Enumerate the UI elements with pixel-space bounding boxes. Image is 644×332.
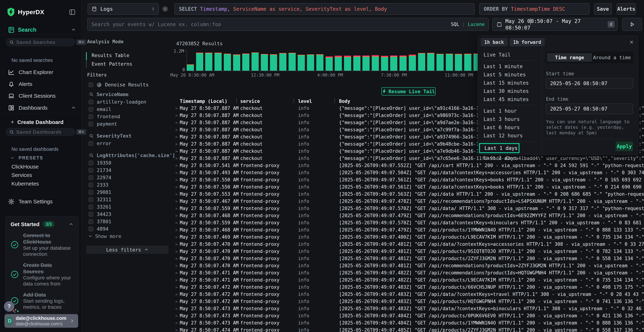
filter-group-header[interactable]: SeverityText (86, 132, 171, 140)
search-bar[interactable]: SQL | Lucene (87, 18, 489, 31)
table-row[interactable]: >May 27 8:50:07.473 AMfrontend-proxyinfo… (175, 312, 644, 319)
create-dashboard-button[interactable]: + Create Dashboard (11, 119, 64, 126)
filter-value-checkbox[interactable]: 21734 (86, 166, 171, 174)
table-row[interactable]: >May 27 8:50:07.559 AMfrontend-proxyinfo… (175, 219, 644, 226)
time-preset-last-15-minutes[interactable]: Last 15 minutes (478, 79, 542, 87)
lang-lucene-toggle[interactable]: Lucene (468, 22, 484, 27)
table-row[interactable]: >May 27 8:50:07.467 AMfrontend-proxyinfo… (175, 198, 644, 205)
back-1h-button[interactable]: 1h back (481, 38, 508, 46)
time-preset-last-1-hour[interactable]: Last 1 hour (478, 107, 542, 115)
filter-value-checkbox[interactable]: 32311 (86, 196, 171, 203)
sidebar-item-search[interactable]: Search (8, 26, 36, 33)
filter-value-checkbox[interactable]: frontend (86, 113, 171, 120)
user-menu[interactable]: D dale@clickhouse.com dale@clickhouse.co… (4, 314, 78, 328)
table-row[interactable]: >May 27 8:50:07.470 AMfrontend-proxyinfo… (175, 240, 644, 248)
filter-value-checkbox[interactable]: error (86, 140, 171, 147)
lang-sql-toggle[interactable]: SQL (451, 22, 459, 27)
resume-live-tail-button[interactable]: Resume Live Tail (382, 87, 436, 96)
less-filters-button[interactable]: Less filters (86, 246, 168, 254)
sql-select-editor[interactable]: SELECT Timestamp, ServiceName as service… (174, 3, 474, 15)
mode-results-table[interactable]: Results Table (92, 52, 129, 58)
table-row[interactable]: >May 27 8:50:07.493 AMfrontend-proxyinfo… (175, 169, 644, 176)
presets-toggle[interactable]: PRESETS (10, 155, 43, 160)
run-query-button[interactable] (622, 18, 642, 31)
table-row[interactable]: >May 27 8:50:07.553 AMfrontend-proxyinfo… (175, 190, 644, 198)
col-service[interactable]: service (240, 98, 298, 104)
table-row[interactable]: >May 27 8:50:07.472 AMfrontend-proxyinfo… (175, 284, 644, 291)
table-row[interactable]: >May 27 8:50:07.474 AMfrontend-proxyinfo… (175, 326, 644, 332)
source-select[interactable]: Logs (88, 3, 159, 15)
chevron-up-icon[interactable] (68, 222, 74, 227)
col-timestamp[interactable]: Timestamp (Local) (180, 98, 240, 104)
end-time-input[interactable]: 2025-05-27 08:50:07 (546, 104, 633, 114)
close-icon[interactable]: × (630, 38, 634, 46)
table-row[interactable]: >May 27 8:50:07.470 AMfrontend-proxyinfo… (175, 262, 644, 269)
filter-group-header[interactable]: LogAttributes['cache.size'] (86, 151, 171, 159)
sql-orderby-editor[interactable]: ORDER BY TimestampTime DESC (479, 3, 590, 15)
filter-value-checkbox[interactable]: 34423 (86, 210, 171, 218)
gear-icon[interactable] (162, 6, 168, 12)
table-row[interactable]: >May 27 8:50:07.470 AMfrontend-proxyinfo… (175, 248, 644, 255)
sidebar-item-client-sessions[interactable]: Client Sessions (8, 92, 56, 99)
table-row[interactable]: >May 27 8:50:07.471 AMfrontend-proxyinfo… (175, 276, 644, 284)
time-range-input[interactable]: May 26 08:50:07 - May 27 08:50:07 d (492, 18, 618, 31)
table-row[interactable]: >May 27 8:50:07.471 AMfrontend-proxyinfo… (175, 269, 644, 276)
time-preset-last-12-hours[interactable]: Last 12 hours (478, 132, 542, 140)
get-started-item[interactable]: Create Data SourcesConfigure where your … (10, 262, 74, 287)
sidebar-item-kubernetes[interactable]: Kubernetes (12, 181, 39, 187)
table-row[interactable]: >May 27 8:50:07.472 AMfrontend-proxyinfo… (175, 291, 644, 298)
show-more-button[interactable]: Show more (86, 232, 171, 240)
start-time-input[interactable]: 2025-05-26 08:50:07 (546, 78, 633, 88)
table-row[interactable]: >May 27 8:50:07.470 AMfrontend-proxyinfo… (175, 255, 644, 262)
time-preset-last-45-minutes[interactable]: Last 45 minutes (478, 95, 542, 104)
search-input[interactable] (92, 22, 451, 27)
filter-value-checkbox[interactable]: 2333 (86, 181, 171, 188)
table-row[interactable]: >May 27 8:50:07.468 AMfrontend-proxyinfo… (175, 226, 644, 234)
time-preset-last-5-minutes[interactable]: Last 5 minutes (478, 70, 542, 79)
saved-dashboards-field[interactable] (16, 129, 76, 135)
time-preset-last-3-hours[interactable]: Last 3 hours (478, 115, 542, 123)
alerts-button[interactable]: Alerts (617, 3, 636, 15)
sidebar-item-clickhouse[interactable]: ClickHouse (12, 164, 39, 170)
table-row[interactable]: >May 27 8:50:07.550 AMfrontend-proxyinfo… (175, 183, 644, 190)
table-row[interactable]: >May 27 8:50:07.469 AMfrontend-proxyinfo… (175, 234, 644, 240)
filter-value-checkbox[interactable]: 4894 (86, 225, 171, 232)
table-row[interactable]: >May 27 8:50:07.541 AMfrontend-proxyinfo… (175, 162, 644, 169)
time-preset-last-6-hours[interactable]: Last 6 hours (478, 123, 542, 132)
results-histogram[interactable] (187, 50, 477, 71)
tab-around-a-time[interactable]: Around a time (592, 55, 632, 60)
sidebar-item-services[interactable]: Services (12, 172, 32, 178)
filter-value-checkbox[interactable]: 19350 (86, 159, 171, 166)
time-preset-last-1-minute[interactable]: Last 1 minute (478, 62, 542, 70)
time-preset-last-2-days[interactable]: Last 2 days (478, 154, 542, 162)
filter-value-checkbox[interactable]: artillery-loadgen (86, 98, 171, 106)
filter-value-checkbox[interactable]: 37801 (86, 218, 171, 225)
filter-value-checkbox[interactable]: email (86, 106, 171, 113)
forward-1h-button[interactable]: 1h forward (510, 38, 545, 46)
brand-logo[interactable]: HyperDX (7, 8, 44, 16)
filter-value-checkbox[interactable]: payment (86, 120, 171, 128)
saved-searches-input[interactable]: ⌘K (6, 38, 75, 46)
time-preset-last-30-minutes[interactable]: Last 30 minutes (478, 87, 542, 95)
table-row[interactable]: >May 27 8:50:07.550 AMfrontend-proxyinfo… (175, 176, 644, 183)
column-resize-handle[interactable] (334, 99, 335, 103)
saved-dashboards-input[interactable]: ⌘K (6, 128, 75, 136)
filter-value-checkbox[interactable]: 29081 (86, 188, 171, 196)
column-resize-handle[interactable] (294, 99, 294, 103)
sidebar-item-chart-explorer[interactable]: Chart Explorer (8, 69, 53, 76)
tab-time-range[interactable]: Time range (547, 53, 592, 62)
saved-searches-field[interactable] (16, 40, 76, 45)
table-row[interactable]: >May 27 8:50:07.472 AMfrontend-proxyinfo… (175, 298, 644, 305)
sidebar-item-team-settings[interactable]: Team Settings (8, 198, 52, 205)
denoise-results-checkbox[interactable]: Denoise Results (88, 82, 149, 88)
table-row[interactable]: >May 27 8:50:07.473 AMfrontend-proxyinfo… (175, 319, 644, 326)
filter-value-checkbox[interactable]: 22974 (86, 174, 171, 181)
filter-group-header[interactable]: ServiceName (86, 90, 171, 98)
column-resize-handle[interactable] (236, 99, 237, 103)
get-started-item[interactable]: Connect to ClickHouseSet up your databas… (10, 232, 74, 257)
apply-button[interactable]: Apply (616, 142, 633, 151)
sidebar-collapse-icon[interactable] (69, 8, 76, 16)
table-row[interactable]: >May 27 8:50:07.887 AMcheckoutinfo{"mess… (175, 155, 644, 162)
col-level[interactable]: level (298, 98, 339, 104)
table-row[interactable]: >May 27 8:50:07.468 AMfrontend-proxyinfo… (175, 212, 644, 219)
